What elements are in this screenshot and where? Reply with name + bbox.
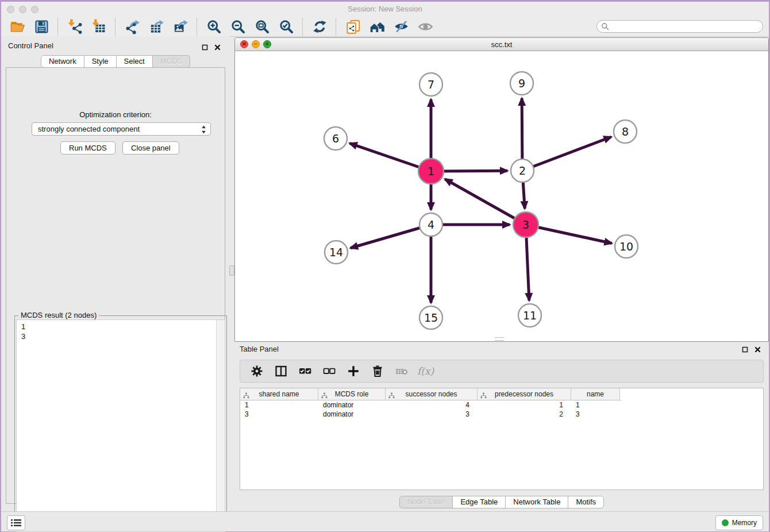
zoom-in-icon[interactable] — [206, 19, 222, 35]
status-bar: Memory — [1, 511, 769, 531]
run-mcds-button[interactable]: Run MCDS — [60, 141, 116, 155]
function-builder-icon[interactable]: f(x) — [417, 365, 434, 377]
deselect-all-icon[interactable] — [321, 363, 338, 380]
mcds-result-groupbox: MCDS result (2 nodes) 13 — [14, 315, 227, 532]
tab-network-table[interactable]: Network Table — [505, 496, 568, 508]
table-row[interactable]: 1dominator411 — [240, 400, 763, 410]
graph-node-label: 1 — [428, 165, 434, 178]
clone-network-icon[interactable] — [345, 19, 361, 35]
export-image-icon[interactable] — [172, 19, 188, 35]
search-field — [596, 20, 763, 33]
graph-node-label: 11 — [523, 309, 537, 322]
mcds-result-line: 3 — [21, 331, 211, 341]
table-body: 1dominator4113dominator323 — [240, 400, 763, 419]
close-table-panel-icon[interactable] — [754, 345, 761, 355]
import-network-icon[interactable] — [67, 19, 83, 35]
show-all-icon[interactable] — [417, 19, 433, 35]
show-panels-button[interactable] — [7, 515, 25, 530]
close-panel-button[interactable]: Close panel — [122, 141, 179, 155]
column-header-label: name — [571, 390, 619, 398]
window-title: Session: New Session — [1, 5, 769, 13]
mcds-result-text[interactable]: 13 — [17, 320, 216, 531]
optimization-criterion-label: Optimization criterion: — [6, 110, 225, 119]
first-neighbors-icon[interactable] — [369, 19, 385, 35]
table-cell[interactable]: 3 — [571, 410, 620, 418]
tab-select[interactable]: Select — [116, 55, 153, 68]
control-panel: Control Panel NetworkStyleSelectMCDS Opt… — [1, 36, 230, 507]
graph-node-label: 4 — [428, 218, 434, 231]
table-cell[interactable]: 2 — [478, 410, 571, 418]
node-table: shared nameMCDS rolesuccessor nodesprede… — [240, 388, 764, 490]
table-cell[interactable]: 1 — [478, 401, 571, 409]
table-cell[interactable]: dominator — [318, 410, 386, 418]
mcds-result-scrollbar[interactable] — [216, 320, 225, 531]
table-cell[interactable]: 4 — [386, 401, 478, 409]
table-panel: Table Panel f(x) shared nameMCDS rolesuc… — [234, 342, 769, 511]
float-panel-icon[interactable] — [202, 43, 208, 53]
delete-column-icon[interactable] — [369, 363, 386, 380]
tab-mcds[interactable]: MCDS — [152, 55, 190, 68]
graph-node-label: 14 — [329, 246, 343, 259]
delete-table-icon[interactable] — [393, 363, 410, 380]
mcds-result-line: 1 — [21, 322, 211, 331]
import-table-icon[interactable] — [91, 19, 107, 35]
mcds-result-title: MCDS result (2 nodes) — [18, 311, 99, 319]
column-header-name[interactable]: name — [571, 388, 620, 400]
network-canvas[interactable]: 7968124314101511 — [235, 51, 768, 341]
graph-edge-2-8[interactable] — [522, 137, 611, 171]
export-network-icon[interactable] — [124, 19, 140, 35]
column-header-predecessor-nodes[interactable]: predecessor nodes — [478, 388, 571, 400]
memory-status-dot — [722, 519, 729, 526]
network-window-titlebar[interactable]: ✕ − + scc.txt — [235, 38, 768, 51]
canvas-resize-handle[interactable] — [495, 337, 504, 341]
zoom-selected-icon[interactable] — [278, 19, 294, 35]
table-cell[interactable]: 3 — [240, 410, 318, 418]
split-divider-handle[interactable] — [229, 265, 234, 276]
table-cell[interactable]: 1 — [240, 401, 318, 409]
column-header-shared-name[interactable]: shared name — [240, 388, 318, 400]
graph-node-label: 3 — [522, 218, 529, 231]
graph-edge-3-1[interactable] — [445, 179, 526, 225]
zoom-fit-icon[interactable] — [254, 19, 270, 35]
float-table-panel-icon[interactable] — [742, 345, 748, 355]
settings-gear-icon[interactable] — [248, 363, 265, 380]
split-table-icon[interactable] — [272, 363, 290, 380]
control-panel-title: Control Panel — [8, 41, 53, 50]
column-header-label: shared name — [240, 390, 318, 398]
table-row[interactable]: 3dominator323 — [240, 410, 763, 419]
graph-node-label: 6 — [332, 132, 339, 145]
column-header-label: predecessor nodes — [478, 390, 571, 398]
column-header-successor-nodes[interactable]: successor nodes — [386, 388, 478, 400]
table-header-row: shared nameMCDS rolesuccessor nodesprede… — [240, 388, 621, 400]
tab-style[interactable]: Style — [84, 55, 117, 68]
export-table-icon[interactable] — [148, 19, 164, 35]
table-cell[interactable]: dominator — [318, 401, 386, 409]
network-view-window: ✕ − + scc.txt 7968124314101511 — [234, 37, 769, 342]
graph-node-label: 8 — [622, 125, 629, 138]
table-tabs: Node TableEdge TableNetwork TableMotifs — [234, 496, 769, 508]
close-panel-icon[interactable] — [214, 43, 221, 53]
refresh-icon[interactable] — [311, 19, 328, 35]
table-cell[interactable]: 3 — [386, 410, 478, 418]
optimization-criterion-select[interactable]: strongly connected component — [32, 122, 211, 136]
open-file-icon[interactable] — [9, 19, 25, 35]
application-window: Session: New Session Control Panel Netwo… — [0, 0, 770, 532]
column-header-label: MCDS role — [318, 390, 385, 398]
tab-node-table[interactable]: Node Table — [399, 496, 453, 508]
column-header-MCDS-role[interactable]: MCDS role — [318, 388, 386, 400]
zoom-out-icon[interactable] — [230, 19, 246, 35]
save-session-icon[interactable] — [33, 19, 49, 35]
tab-network[interactable]: Network — [41, 55, 84, 68]
graph-edge-4-14[interactable] — [351, 225, 431, 248]
select-all-icon[interactable] — [297, 363, 314, 380]
table-cell[interactable]: 1 — [571, 401, 620, 409]
tab-motifs[interactable]: Motifs — [568, 496, 604, 508]
tab-edge-table[interactable]: Edge Table — [452, 496, 506, 508]
graph-node-label: 9 — [518, 77, 525, 90]
column-header-label: successor nodes — [386, 390, 477, 398]
hide-selected-icon[interactable] — [393, 19, 409, 35]
memory-button[interactable]: Memory — [715, 515, 763, 530]
mcds-panel: Optimization criterion: strongly connect… — [6, 67, 225, 504]
add-column-icon[interactable] — [345, 363, 362, 380]
search-input[interactable] — [596, 20, 763, 33]
